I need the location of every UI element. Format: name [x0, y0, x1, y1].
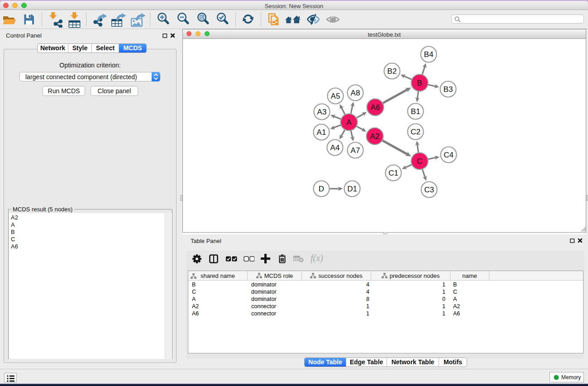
svg-text:B3: B3	[444, 85, 453, 94]
svg-text:A: A	[346, 118, 352, 127]
svg-text:C3: C3	[424, 186, 434, 194]
svg-text:B: B	[417, 79, 422, 87]
svg-text:A4: A4	[330, 143, 340, 152]
svg-text:A2: A2	[370, 132, 380, 141]
svg-text:A8: A8	[351, 89, 360, 97]
svg-text:A7: A7	[351, 146, 360, 155]
svg-text:B2: B2	[387, 67, 397, 76]
svg-text:A6: A6	[371, 103, 380, 112]
svg-text:B1: B1	[411, 107, 421, 116]
svg-text:D: D	[319, 185, 324, 193]
svg-text:A5: A5	[331, 92, 340, 100]
svg-text:C4: C4	[444, 151, 454, 159]
svg-text:C1: C1	[388, 169, 398, 177]
svg-text:A1: A1	[317, 128, 326, 137]
svg-text:A3: A3	[317, 108, 327, 116]
svg-text:C: C	[417, 157, 422, 166]
svg-text:C2: C2	[411, 128, 421, 136]
svg-text:D1: D1	[347, 185, 357, 193]
svg-text:B4: B4	[424, 50, 434, 59]
